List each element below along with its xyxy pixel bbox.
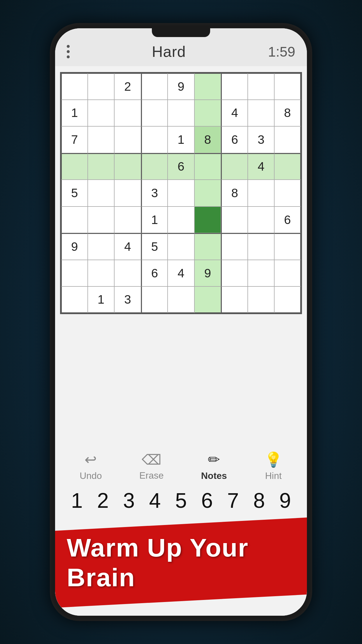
sudoku-cell[interactable] bbox=[248, 286, 275, 313]
sudoku-cell[interactable] bbox=[88, 206, 115, 233]
sudoku-cell[interactable] bbox=[248, 180, 275, 206]
sudoku-cell[interactable] bbox=[248, 233, 275, 260]
hint-button[interactable]: 💡 Hint bbox=[264, 451, 282, 481]
sudoku-cell[interactable] bbox=[274, 233, 301, 260]
sudoku-cell[interactable] bbox=[88, 260, 115, 287]
sudoku-cell[interactable]: 8 bbox=[194, 126, 221, 153]
sudoku-cell[interactable] bbox=[168, 206, 194, 233]
sudoku-cell[interactable]: 6 bbox=[221, 126, 248, 153]
sudoku-cell[interactable]: 9 bbox=[61, 233, 88, 260]
sudoku-cell[interactable]: 4 bbox=[248, 153, 275, 180]
sudoku-cell[interactable]: 9 bbox=[168, 73, 194, 100]
sudoku-cell[interactable]: 3 bbox=[248, 126, 275, 153]
sudoku-cell[interactable]: 3 bbox=[141, 180, 168, 206]
sudoku-cell[interactable] bbox=[141, 100, 168, 127]
sudoku-cell[interactable] bbox=[114, 153, 141, 180]
sudoku-cell[interactable] bbox=[194, 233, 221, 260]
sudoku-cell[interactable] bbox=[114, 260, 141, 287]
sudoku-cell[interactable] bbox=[88, 126, 115, 153]
sudoku-cell[interactable] bbox=[221, 286, 248, 313]
sudoku-cell[interactable] bbox=[221, 206, 248, 233]
sudoku-cell[interactable]: 1 bbox=[88, 286, 115, 313]
phone-notch bbox=[152, 28, 210, 37]
menu-button[interactable] bbox=[67, 45, 70, 58]
sudoku-cell[interactable] bbox=[114, 206, 141, 233]
sudoku-cell[interactable] bbox=[248, 260, 275, 287]
sudoku-cell[interactable] bbox=[248, 73, 275, 100]
sudoku-cell[interactable] bbox=[61, 286, 88, 313]
sudoku-cell[interactable] bbox=[221, 260, 248, 287]
sudoku-cell[interactable]: 2 bbox=[114, 73, 141, 100]
sudoku-cell[interactable] bbox=[168, 233, 194, 260]
num-2[interactable]: 2 bbox=[91, 489, 115, 512]
sudoku-cell[interactable]: 7 bbox=[61, 126, 88, 153]
sudoku-cell[interactable]: 6 bbox=[274, 206, 301, 233]
sudoku-cell[interactable] bbox=[168, 100, 194, 127]
sudoku-cell[interactable]: 1 bbox=[141, 206, 168, 233]
sudoku-cell[interactable] bbox=[88, 100, 115, 127]
sudoku-cell[interactable]: 4 bbox=[221, 100, 248, 127]
sudoku-cell[interactable] bbox=[221, 73, 248, 100]
sudoku-cell[interactable] bbox=[194, 73, 221, 100]
sudoku-cell[interactable] bbox=[274, 153, 301, 180]
sudoku-cell[interactable] bbox=[194, 206, 221, 233]
sudoku-cell[interactable] bbox=[194, 286, 221, 313]
sudoku-cell[interactable] bbox=[168, 286, 194, 313]
sudoku-cell[interactable]: 8 bbox=[221, 180, 248, 206]
sudoku-cell[interactable] bbox=[61, 260, 88, 287]
sudoku-cell[interactable]: 5 bbox=[61, 180, 88, 206]
num-4[interactable]: 4 bbox=[143, 489, 167, 512]
sudoku-cell[interactable]: 6 bbox=[141, 260, 168, 287]
num-7[interactable]: 7 bbox=[222, 489, 245, 512]
sudoku-cell[interactable] bbox=[88, 180, 115, 206]
sudoku-cell[interactable] bbox=[141, 286, 168, 313]
sudoku-cell[interactable] bbox=[194, 153, 221, 180]
difficulty-label: Hard bbox=[152, 43, 186, 60]
sudoku-cell[interactable] bbox=[114, 126, 141, 153]
sudoku-cell[interactable] bbox=[114, 180, 141, 206]
hint-label: Hint bbox=[265, 470, 282, 481]
sudoku-cell[interactable] bbox=[221, 233, 248, 260]
sudoku-cell[interactable]: 4 bbox=[168, 260, 194, 287]
num-6[interactable]: 6 bbox=[195, 489, 219, 512]
sudoku-cell[interactable] bbox=[274, 286, 301, 313]
sudoku-cell[interactable] bbox=[274, 126, 301, 153]
sudoku-cell[interactable] bbox=[168, 180, 194, 206]
sudoku-cell[interactable]: 6 bbox=[168, 153, 194, 180]
sudoku-cell[interactable] bbox=[248, 100, 275, 127]
sudoku-cell[interactable] bbox=[141, 73, 168, 100]
undo-button[interactable]: ↩ Undo bbox=[80, 451, 102, 481]
sudoku-cell[interactable] bbox=[194, 180, 221, 206]
erase-icon: ⌫ bbox=[142, 452, 161, 468]
sudoku-cell[interactable]: 1 bbox=[168, 126, 194, 153]
sudoku-cell[interactable] bbox=[114, 100, 141, 127]
sudoku-cell[interactable]: 1 bbox=[61, 100, 88, 127]
sudoku-cell[interactable]: 4 bbox=[114, 233, 141, 260]
sudoku-cell[interactable]: 5 bbox=[141, 233, 168, 260]
notes-button[interactable]: ✏ Notes bbox=[201, 451, 227, 481]
sudoku-cell[interactable] bbox=[248, 206, 275, 233]
sudoku-cell[interactable] bbox=[61, 73, 88, 100]
sudoku-cell[interactable] bbox=[61, 206, 88, 233]
sudoku-cell[interactable] bbox=[274, 73, 301, 100]
sudoku-cell[interactable] bbox=[88, 153, 115, 180]
sudoku-cell[interactable] bbox=[141, 153, 168, 180]
num-9[interactable]: 9 bbox=[273, 489, 297, 512]
sudoku-cell[interactable]: 8 bbox=[274, 100, 301, 127]
num-1[interactable]: 1 bbox=[65, 489, 89, 512]
num-8[interactable]: 8 bbox=[247, 489, 271, 512]
num-5[interactable]: 5 bbox=[169, 489, 193, 512]
sudoku-cell[interactable]: 3 bbox=[114, 286, 141, 313]
sudoku-cell[interactable] bbox=[88, 73, 115, 100]
sudoku-cell[interactable] bbox=[141, 126, 168, 153]
sudoku-cell[interactable] bbox=[221, 153, 248, 180]
sudoku-cell[interactable]: 9 bbox=[194, 260, 221, 287]
num-3[interactable]: 3 bbox=[117, 489, 140, 512]
sudoku-cell[interactable] bbox=[194, 100, 221, 127]
sudoku-cell[interactable] bbox=[274, 260, 301, 287]
sudoku-cell[interactable] bbox=[61, 153, 88, 180]
sudoku-cell[interactable] bbox=[274, 180, 301, 206]
erase-button[interactable]: ⌫ Erase bbox=[139, 452, 164, 481]
notes-label: Notes bbox=[201, 470, 227, 481]
sudoku-cell[interactable] bbox=[88, 233, 115, 260]
